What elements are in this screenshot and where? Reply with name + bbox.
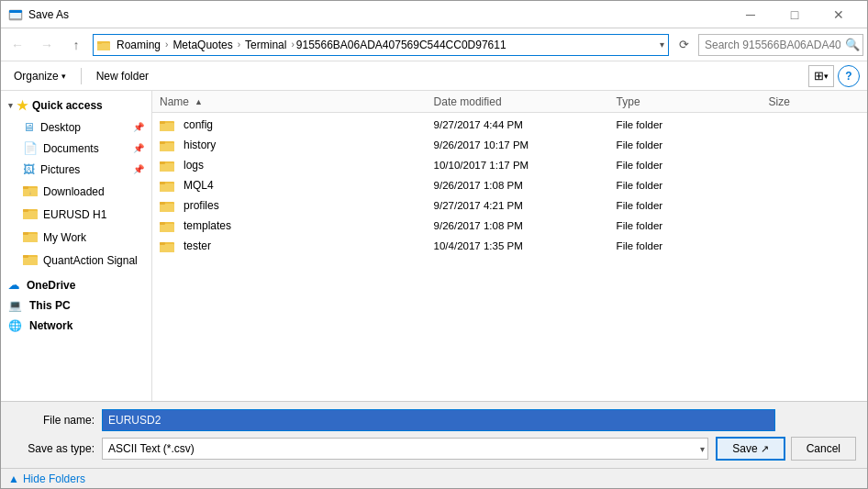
col-size-header[interactable]: Size <box>768 95 860 108</box>
save-cursor-icon: ↗ <box>761 443 769 455</box>
sort-icon: ▲ <box>195 97 203 106</box>
file-list-header: Name ▲ Date modified Type Size <box>152 91 867 113</box>
eurusdh1-icon <box>23 206 38 222</box>
table-row[interactable]: templates 9/26/2017 1:08 PM File folder <box>152 216 867 236</box>
svg-rect-17 <box>23 257 38 265</box>
svg-rect-23 <box>160 143 174 151</box>
filename-input[interactable] <box>102 409 775 431</box>
file-folder-icon <box>160 178 174 193</box>
help-button[interactable]: ? <box>838 65 860 87</box>
main-content: ▾ ★ Quick access 🖥 Desktop 📌 📄 Documents… <box>1 91 867 401</box>
network-icon: 🌐 <box>8 319 22 332</box>
sidebar-item-pictures[interactable]: 🖼 Pictures 📌 <box>1 159 151 180</box>
col-date-header[interactable]: Date modified <box>434 95 617 108</box>
onedrive-icon: ☁ <box>8 279 19 292</box>
table-row[interactable]: tester 10/4/2017 1:35 PM File folder <box>152 236 867 256</box>
minimize-button[interactable]: ─ <box>729 1 772 28</box>
table-row[interactable]: profiles 9/27/2017 4:21 PM File folder <box>152 195 867 216</box>
table-row[interactable]: config 9/27/2017 4:44 PM File folder <box>152 115 867 135</box>
svg-rect-35 <box>160 224 174 232</box>
view-button[interactable]: ⊞ ▾ <box>808 65 834 87</box>
file-type-cell: File folder <box>617 180 769 191</box>
svg-rect-33 <box>160 202 165 205</box>
svg-rect-20 <box>160 123 174 131</box>
hide-folders-bar[interactable]: ▲ Hide Folders <box>1 468 867 488</box>
sidebar-mywork-label: My Work <box>43 231 86 244</box>
svg-rect-30 <box>160 182 165 184</box>
file-name: history <box>184 139 216 151</box>
col-name-header[interactable]: Name ▲ <box>160 95 434 108</box>
address-dropdown-icon[interactable]: ▾ <box>660 39 664 50</box>
file-type-cell: File folder <box>617 119 769 130</box>
svg-rect-8 <box>23 186 28 189</box>
file-name-cell: templates <box>160 218 434 233</box>
sidebar-item-downloaded[interactable]: ↓ Downloaded <box>1 180 151 203</box>
svg-rect-12 <box>23 209 28 212</box>
file-date-cell: 10/10/2017 1:17 PM <box>434 160 617 171</box>
organize-button[interactable]: Organize ▾ <box>8 65 72 87</box>
svg-rect-26 <box>160 163 174 172</box>
file-folder-icon <box>160 158 174 172</box>
sidebar-item-quantaction[interactable]: QuantAction Signal <box>1 249 151 272</box>
sidebar-network-label: Network <box>29 319 72 332</box>
savetype-select[interactable]: ASCII Text (*.csv) <box>102 438 708 460</box>
thispc-icon: 💻 <box>8 299 22 312</box>
sidebar-thispc-header[interactable]: 💻 This PC <box>1 295 151 316</box>
new-folder-button[interactable]: New folder <box>91 65 154 87</box>
file-type-cell: File folder <box>617 240 769 251</box>
sidebar-quick-access-header[interactable]: ▾ ★ Quick access <box>1 94 151 117</box>
cancel-button[interactable]: Cancel <box>791 437 856 461</box>
documents-icon: 📄 <box>23 141 38 155</box>
crumb-terminal[interactable]: Terminal <box>242 38 289 52</box>
table-row[interactable]: MQL4 9/26/2017 1:08 PM File folder <box>152 175 867 195</box>
sidebar-thispc-label: This PC <box>29 299 71 312</box>
file-name-cell: MQL4 <box>160 178 434 193</box>
file-name: templates <box>184 219 231 232</box>
sidebar-network-header[interactable]: 🌐 Network <box>1 316 151 336</box>
up-button[interactable]: ↑ <box>63 32 89 58</box>
sidebar-desktop-label: Desktop <box>40 121 81 134</box>
svg-rect-29 <box>160 183 174 192</box>
svg-rect-18 <box>23 255 28 258</box>
forward-button[interactable]: → <box>34 32 60 58</box>
maximize-button[interactable]: □ <box>773 1 816 28</box>
col-type-header[interactable]: Type <box>617 95 769 108</box>
sidebar-onedrive-label: OneDrive <box>27 279 75 292</box>
sidebar-onedrive-header[interactable]: ☁ OneDrive <box>1 275 151 295</box>
sidebar-item-eurusdh1[interactable]: EURUSD H1 <box>1 203 151 226</box>
refresh-button[interactable]: ⟳ <box>673 34 695 56</box>
view-icon: ⊞ <box>814 69 824 83</box>
quick-access-star-icon: ★ <box>17 98 28 113</box>
search-icon-button[interactable]: 🔍 <box>845 38 860 51</box>
title-controls: ─ □ ✕ <box>729 1 860 28</box>
close-button[interactable]: ✕ <box>818 1 860 28</box>
toolbar-right: ⊞ ▾ ? <box>808 65 860 87</box>
bottom-bar: File name: Save as type: ASCII Text (*.c… <box>1 401 867 468</box>
svg-rect-39 <box>160 242 165 245</box>
sidebar-item-documents[interactable]: 📄 Documents 📌 <box>1 138 151 159</box>
table-row[interactable]: history 9/26/2017 10:17 PM File folder <box>152 135 867 155</box>
address-bar[interactable]: Roaming › MetaQuotes › Terminal › 915566… <box>93 34 669 56</box>
sidebar-item-desktop[interactable]: 🖥 Desktop 📌 <box>1 117 151 138</box>
view-dropdown-icon: ▾ <box>824 72 829 81</box>
file-name: tester <box>184 239 211 252</box>
savetype-label: Save as type: <box>12 442 95 455</box>
svg-rect-27 <box>160 161 165 164</box>
svg-rect-24 <box>160 141 165 144</box>
filename-label: File name: <box>12 414 95 427</box>
quantaction-icon <box>23 252 38 268</box>
crumb-roaming[interactable]: Roaming <box>114 38 163 52</box>
file-type-cell: File folder <box>617 200 769 211</box>
table-row[interactable]: logs 10/10/2017 1:17 PM File folder <box>152 155 867 175</box>
save-button[interactable]: Save ↗ <box>716 437 785 461</box>
file-name-cell: profiles <box>160 198 434 213</box>
breadcrumb: Roaming › MetaQuotes › Terminal › 915566… <box>114 38 506 52</box>
search-wrapper: 🔍 <box>698 34 863 56</box>
crumb-metaquotes[interactable]: MetaQuotes <box>170 38 235 52</box>
sidebar-item-mywork[interactable]: My Work <box>1 226 151 249</box>
sidebar-eurusdh1-label: EURUSD H1 <box>43 208 106 221</box>
search-input[interactable] <box>698 34 863 56</box>
savetype-wrapper: ASCII Text (*.csv) ▾ <box>102 438 708 460</box>
file-name: config <box>184 118 213 131</box>
back-button[interactable]: ← <box>5 32 30 58</box>
